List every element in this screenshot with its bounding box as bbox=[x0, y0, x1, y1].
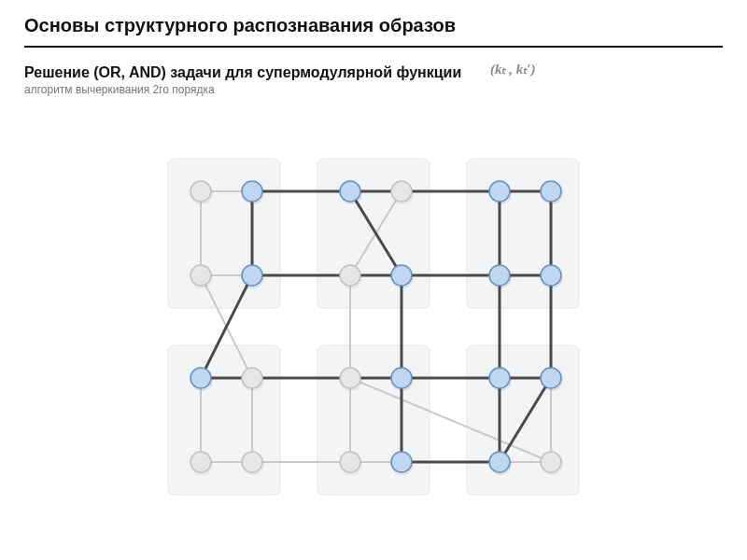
graph-diagram bbox=[131, 140, 616, 513]
graph-node bbox=[190, 265, 211, 286]
graph-node bbox=[391, 368, 412, 388]
graph-node bbox=[242, 265, 262, 286]
graph-node bbox=[541, 368, 561, 388]
graph-node bbox=[190, 181, 211, 202]
page-title: Основы структурного распознавания образо… bbox=[0, 0, 747, 46]
graph-node bbox=[190, 452, 211, 472]
graph-node bbox=[242, 452, 262, 472]
grid-box bbox=[168, 159, 280, 308]
graph-node bbox=[340, 181, 360, 202]
graph-node bbox=[340, 368, 360, 388]
graph-node bbox=[391, 452, 412, 472]
grid-box bbox=[317, 345, 430, 495]
graph-node bbox=[489, 265, 510, 286]
graph-node bbox=[340, 265, 360, 286]
grid-box bbox=[467, 345, 579, 495]
graph-node bbox=[391, 181, 412, 202]
slide: Основы структурного распознавания образо… bbox=[0, 0, 747, 560]
graph-node bbox=[190, 368, 211, 388]
section-subtitle: Решение (OR, AND) задачи для супермодуля… bbox=[0, 64, 747, 81]
diagram-wrap bbox=[0, 140, 747, 513]
title-divider bbox=[24, 46, 723, 48]
graph-node bbox=[489, 368, 510, 388]
graph-node bbox=[489, 452, 510, 472]
subtitle-formula: (kₜ , kₜ′) bbox=[490, 61, 535, 77]
section-subsubtitle: алгоритм вычеркивания 2го порядка bbox=[0, 81, 747, 96]
grid-box bbox=[467, 159, 579, 308]
grid-box bbox=[168, 345, 280, 495]
graph-node bbox=[541, 265, 561, 286]
graph-node bbox=[391, 265, 412, 286]
graph-node bbox=[541, 452, 561, 472]
graph-node bbox=[541, 181, 561, 202]
subtitle-text: Решение (OR, AND) задачи для супермодуля… bbox=[24, 64, 461, 80]
graph-node bbox=[242, 368, 262, 388]
grid-box bbox=[317, 159, 430, 308]
graph-node bbox=[340, 452, 360, 472]
graph-node bbox=[489, 181, 510, 202]
graph-node bbox=[242, 181, 262, 202]
